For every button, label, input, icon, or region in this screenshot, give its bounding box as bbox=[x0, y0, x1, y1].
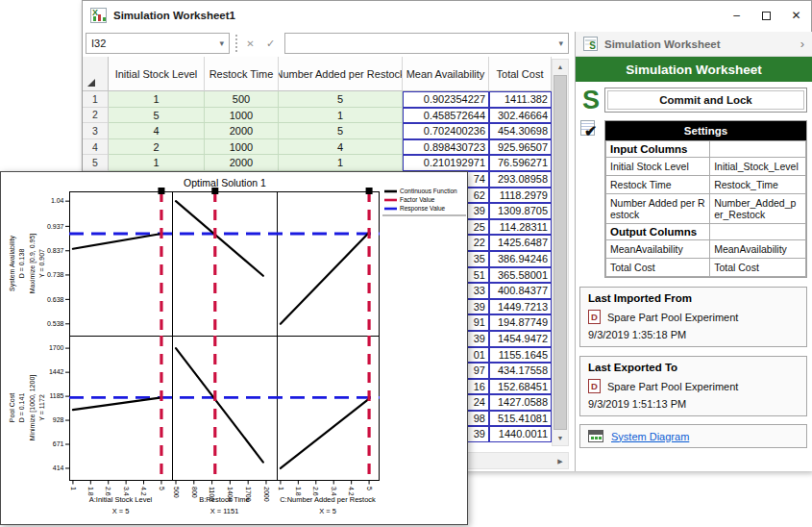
cell[interactable]: 302.46664 bbox=[489, 108, 552, 124]
cell[interactable]: 0.702400236 bbox=[403, 123, 489, 139]
cell[interactable]: 1449.7213 bbox=[489, 299, 552, 315]
cell[interactable]: 4 bbox=[109, 123, 205, 139]
worksheet-icon: X bbox=[90, 8, 107, 23]
cell[interactable]: 194.87749 bbox=[489, 314, 552, 331]
scroll-right-icon[interactable]: ▶ bbox=[553, 454, 568, 468]
continuous-function-line bbox=[281, 233, 369, 324]
cell[interactable]: 400.84377 bbox=[489, 283, 552, 299]
close-button[interactable]: ✕ bbox=[781, 1, 811, 30]
cell[interactable]: 5 bbox=[279, 91, 403, 108]
cell[interactable]: 2 bbox=[109, 139, 205, 156]
cell[interactable]: 2000 bbox=[205, 123, 279, 139]
column-header[interactable]: Total Cost bbox=[489, 57, 552, 91]
factor-drag-handle[interactable] bbox=[158, 188, 164, 194]
mapping-row: Restock Time Restock_Time bbox=[606, 176, 806, 194]
scroll-up-icon[interactable]: ▲ bbox=[553, 60, 568, 74]
factor-drag-handle[interactable] bbox=[366, 188, 373, 194]
cell[interactable]: 515.41081 bbox=[489, 411, 552, 427]
mapping-column[interactable]: MeanAvailability bbox=[710, 240, 806, 259]
cell[interactable]: 1 bbox=[109, 155, 205, 171]
toolbar: I32 ▾ ✕ ✓ ▾ bbox=[83, 30, 575, 57]
side-panel: S Simulation Worksheet › Simulation Work… bbox=[575, 32, 812, 471]
cell[interactable]: 152.68451 bbox=[489, 379, 552, 395]
chevron-right-icon[interactable]: › bbox=[800, 37, 804, 51]
factor-drag-handle[interactable] bbox=[211, 188, 218, 194]
confirm-entry-button[interactable]: ✓ bbox=[261, 34, 280, 53]
scroll-down-icon[interactable]: ▼ bbox=[553, 431, 568, 445]
cell[interactable]: 1454.9472 bbox=[489, 331, 552, 347]
mapping-label: Total Cost bbox=[606, 259, 710, 277]
column-header[interactable]: Initial Stock Level bbox=[109, 57, 205, 91]
x-tick-label: 500 bbox=[173, 487, 180, 498]
formula-bar[interactable]: ▾ bbox=[284, 33, 569, 54]
cell[interactable]: 1000 bbox=[205, 139, 279, 156]
cell[interactable]: 1118.2979 bbox=[489, 188, 552, 204]
cell[interactable]: 434.17558 bbox=[489, 363, 552, 379]
row-header[interactable]: 3 bbox=[83, 123, 109, 139]
y-tick-label: 0.937 bbox=[47, 223, 64, 230]
column-header[interactable]: Number Added per Restock bbox=[279, 57, 403, 91]
continuous-function-line bbox=[176, 348, 263, 462]
cell[interactable]: 0.898430723 bbox=[403, 139, 489, 156]
input-columns-header: Input Columns bbox=[606, 141, 710, 158]
panel-header[interactable]: S Simulation Worksheet › bbox=[576, 32, 812, 57]
row-axis-label: System Availability bbox=[9, 236, 16, 291]
column-header[interactable]: Mean Availability bbox=[403, 57, 489, 91]
cell[interactable]: 1 bbox=[109, 91, 205, 108]
row-header[interactable]: 1 bbox=[83, 91, 109, 108]
row-header[interactable]: 5 bbox=[83, 155, 109, 171]
cell[interactable]: 386.94246 bbox=[489, 251, 552, 267]
cell[interactable]: 500 bbox=[205, 91, 279, 108]
scrollbar-thumb[interactable] bbox=[554, 75, 567, 430]
cell[interactable]: 1440.0011 bbox=[489, 426, 552, 442]
mapping-column[interactable]: Number_Added_per_Restock bbox=[710, 194, 806, 224]
mapping-column[interactable]: Total Cost bbox=[710, 259, 806, 277]
cell[interactable]: 1 bbox=[279, 108, 403, 124]
cell[interactable]: 365.58001 bbox=[489, 267, 552, 284]
last-imported-header: Last Imported From bbox=[588, 292, 799, 304]
factor-setting-label: X = 5 bbox=[112, 507, 130, 515]
select-all-corner[interactable] bbox=[83, 57, 109, 91]
dropdown-icon[interactable]: ▾ bbox=[558, 38, 563, 48]
y-tick-label: 414 bbox=[53, 464, 64, 471]
mapping-column[interactable]: Initial_Stock_Level bbox=[710, 158, 806, 176]
row-header[interactable]: 4 bbox=[83, 139, 109, 156]
commit-button-label: Commit and Lock bbox=[607, 90, 804, 110]
cell[interactable]: 1000 bbox=[205, 108, 279, 124]
mapping-label: MeanAvailability bbox=[606, 240, 710, 259]
minimize-button[interactable]: – bbox=[722, 1, 751, 30]
cell[interactable]: 0.902354227 bbox=[403, 91, 489, 108]
cell[interactable]: 5 bbox=[109, 108, 205, 124]
chart-window[interactable]: Optimal Solution 1Continuous FunctionFac… bbox=[0, 171, 468, 525]
imported-file-name[interactable]: Spare Part Pool Experiment bbox=[607, 312, 738, 323]
cell[interactable]: 5 bbox=[279, 123, 403, 139]
maximize-button[interactable] bbox=[751, 1, 781, 30]
cell[interactable]: 454.30698 bbox=[489, 123, 552, 139]
cell[interactable]: 1155.1645 bbox=[489, 347, 552, 364]
dropdown-icon[interactable]: ▾ bbox=[219, 38, 224, 48]
row-header[interactable]: 2 bbox=[83, 108, 109, 124]
system-diagram-link[interactable]: System Diagram bbox=[611, 431, 689, 442]
cell[interactable]: 0.458572644 bbox=[403, 108, 489, 124]
cell[interactable]: 1425.6487 bbox=[489, 235, 552, 251]
cancel-entry-button[interactable]: ✕ bbox=[241, 34, 259, 53]
cell[interactable]: 1309.8705 bbox=[489, 203, 552, 219]
cell[interactable]: 2000 bbox=[205, 155, 279, 171]
cell[interactable]: 925.96507 bbox=[489, 139, 552, 156]
cell[interactable]: 76.596271 bbox=[489, 155, 552, 171]
commit-and-lock-button[interactable]: Commit and Lock bbox=[604, 88, 807, 113]
exported-file-name[interactable]: Spare Part Pool Experiment bbox=[607, 381, 738, 392]
cell[interactable]: 114.28311 bbox=[489, 219, 552, 236]
last-exported-header: Last Exported To bbox=[588, 362, 799, 373]
cell[interactable]: 293.08958 bbox=[489, 171, 552, 188]
cell[interactable]: 1411.382 bbox=[489, 91, 552, 108]
vertical-scrollbar[interactable]: ▲ ▼ bbox=[552, 59, 569, 446]
column-header[interactable]: Restock Time bbox=[205, 57, 279, 91]
cell-reference-box[interactable]: I32 ▾ bbox=[86, 33, 230, 54]
title-bar[interactable]: X Simulation Worksheet1 – ✕ bbox=[83, 1, 811, 30]
cell[interactable]: 1 bbox=[279, 155, 403, 171]
cell[interactable]: 1427.0588 bbox=[489, 394, 552, 411]
cell[interactable]: 0.210192971 bbox=[403, 155, 489, 171]
mapping-column[interactable]: Restock_Time bbox=[710, 176, 806, 194]
cell[interactable]: 4 bbox=[279, 139, 403, 156]
